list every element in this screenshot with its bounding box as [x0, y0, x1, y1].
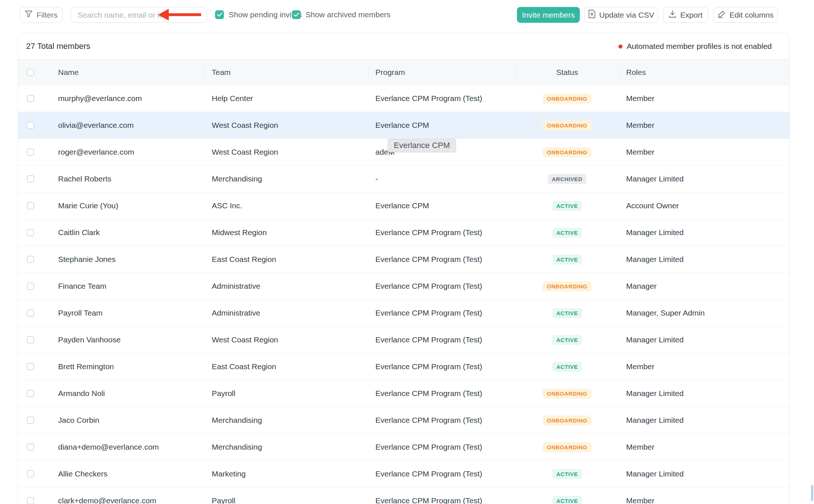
member-name: Rachel Roberts: [51, 166, 204, 192]
member-name: Marie Curie (You): [51, 192, 204, 219]
member-team: Merchandising: [204, 166, 368, 192]
row-checkbox[interactable]: [27, 175, 34, 183]
column-header-name[interactable]: Name: [51, 60, 204, 85]
table-row[interactable]: Stephanie JonesEast Coast RegionEverlanc…: [18, 246, 789, 273]
table-row[interactable]: Caitlin ClarkMidwest RegionEverlance CPM…: [18, 219, 789, 246]
row-checkbox-cell: [18, 139, 51, 165]
update-via-csv-label: Update via CSV: [599, 11, 654, 19]
member-roles: Manager: [619, 273, 790, 299]
row-checkbox-cell: [18, 85, 51, 112]
column-header-roles[interactable]: Roles: [619, 60, 790, 85]
member-name: Payroll Team: [51, 300, 204, 326]
row-checkbox-cell: [18, 166, 51, 192]
member-program: Everlance CPM: [368, 112, 515, 138]
table-row[interactable]: clark+demo@everlance.comPayrollEverlance…: [18, 487, 789, 504]
member-roles: Manager Limited: [619, 246, 790, 273]
row-checkbox[interactable]: [27, 497, 34, 504]
row-checkbox-cell: [18, 380, 51, 407]
row-checkbox[interactable]: [27, 417, 34, 424]
member-program: Everlance CPM Program (Test): [368, 327, 515, 353]
column-header-team[interactable]: Team: [204, 60, 368, 85]
member-status-cell: ONBOARDING: [515, 139, 619, 165]
row-checkbox-cell: [18, 407, 51, 433]
member-team: West Coast Region: [204, 112, 368, 138]
member-team: Midwest Region: [204, 219, 368, 246]
status-badge: ONBOARDING: [543, 442, 591, 452]
row-checkbox[interactable]: [27, 443, 34, 451]
member-team: Marketing: [204, 461, 368, 487]
select-all-checkbox[interactable]: [27, 69, 34, 76]
status-badge: ACTIVE: [552, 362, 582, 372]
filters-label: Filters: [36, 11, 57, 19]
member-program: Everlance CPM Program (Test): [368, 85, 515, 112]
status-badge: ONBOARDING: [543, 389, 591, 399]
member-roles: Member: [619, 487, 790, 504]
member-team: Merchandising: [204, 434, 368, 460]
total-members-count: 27 Total members: [26, 42, 90, 51]
member-status-cell: ONBOARDING: [515, 380, 619, 407]
table-row[interactable]: Finance TeamAdministrativeEverlance CPM …: [18, 273, 789, 300]
member-status-cell: ONBOARDING: [515, 112, 619, 138]
table-row[interactable]: Brett RemingtonEast Coast RegionEverlanc…: [18, 353, 789, 380]
table-row[interactable]: Jaco CorbinMerchandisingEverlance CPM Pr…: [18, 407, 789, 434]
row-checkbox[interactable]: [27, 122, 34, 129]
member-team: West Coast Region: [204, 327, 368, 353]
table-row[interactable]: olivia@everlance.comWest Coast RegionEve…: [18, 112, 789, 139]
table-row[interactable]: Allie CheckersMarketingEverlance CPM Pro…: [18, 461, 789, 487]
member-program: Everlance CPM Program (Test): [368, 219, 515, 246]
table-row[interactable]: Payden VanhooseWest Coast RegionEverlanc…: [18, 327, 789, 353]
member-team: East Coast Region: [204, 246, 368, 273]
export-button[interactable]: Export: [663, 7, 708, 23]
row-checkbox[interactable]: [27, 202, 34, 209]
row-checkbox[interactable]: [27, 390, 34, 397]
table-row[interactable]: Rachel RobertsMerchandising-ARCHIVEDMana…: [18, 166, 789, 192]
search-input[interactable]: [71, 7, 207, 23]
show-pending-invites-checkbox[interactable]: [215, 10, 224, 19]
table-row[interactable]: murphy@everlance.comHelp CenterEverlance…: [18, 85, 789, 112]
update-via-csv-button[interactable]: Update via CSV: [584, 7, 658, 23]
row-checkbox-cell: [18, 273, 51, 299]
members-table-card: 27 Total members Automated member profil…: [18, 33, 790, 504]
member-team: Administrative: [204, 273, 368, 299]
status-badge: ONBOARDING: [543, 147, 591, 157]
filter-funnel-icon: [25, 10, 33, 20]
row-checkbox[interactable]: [27, 95, 34, 102]
member-team: Help Center: [204, 85, 368, 112]
invite-members-button[interactable]: Invite members: [517, 7, 580, 23]
member-status-cell: ACTIVE: [515, 487, 619, 504]
member-roles: Manager Limited: [619, 219, 790, 246]
table-row[interactable]: Armando NoliPayrollEverlance CPM Program…: [18, 380, 789, 407]
row-checkbox[interactable]: [27, 363, 34, 370]
member-status-cell: ONBOARDING: [515, 85, 619, 112]
member-name: clark+demo@everlance.com: [51, 487, 204, 504]
member-name: Brett Remington: [51, 353, 204, 380]
scrollbar-thumb[interactable]: [811, 485, 813, 501]
column-header-program[interactable]: Program: [368, 60, 515, 85]
member-roles: Manager Limited: [619, 380, 790, 407]
member-team: ASC Inc.: [204, 192, 368, 219]
row-checkbox[interactable]: [27, 336, 34, 343]
show-archived-members-label: Show archived members: [306, 10, 390, 19]
table-row[interactable]: Marie Curie (You)ASC Inc.Everlance CPMAC…: [18, 192, 789, 219]
status-badge: ACTIVE: [552, 335, 582, 345]
member-program: Everlance CPM Program (Test): [368, 246, 515, 273]
row-checkbox[interactable]: [27, 282, 34, 290]
row-checkbox[interactable]: [27, 148, 34, 156]
row-checkbox[interactable]: [27, 256, 34, 263]
member-program: Everlance CPM Program (Test): [368, 434, 515, 460]
show-archived-members-checkbox[interactable]: [292, 10, 301, 19]
row-checkbox[interactable]: [27, 470, 34, 478]
member-name: olivia@everlance.com: [51, 112, 204, 138]
row-checkbox[interactable]: [27, 309, 34, 317]
status-badge: ACTIVE: [552, 469, 582, 479]
row-checkbox-cell: [18, 434, 51, 460]
member-status-cell: ONBOARDING: [515, 434, 619, 460]
table-row[interactable]: Payroll TeamAdministrativeEverlance CPM …: [18, 300, 789, 327]
filters-button[interactable]: Filters: [20, 7, 63, 23]
member-program: Everlance CPM: [368, 192, 515, 219]
row-checkbox[interactable]: [27, 229, 34, 236]
edit-columns-button[interactable]: Edit columns: [713, 7, 778, 23]
table-row[interactable]: diana+demo@everlance.comMerchandisingEve…: [18, 434, 789, 461]
table-header-row: Name Team Program Status Roles: [18, 59, 789, 85]
column-header-status[interactable]: Status: [515, 60, 619, 85]
